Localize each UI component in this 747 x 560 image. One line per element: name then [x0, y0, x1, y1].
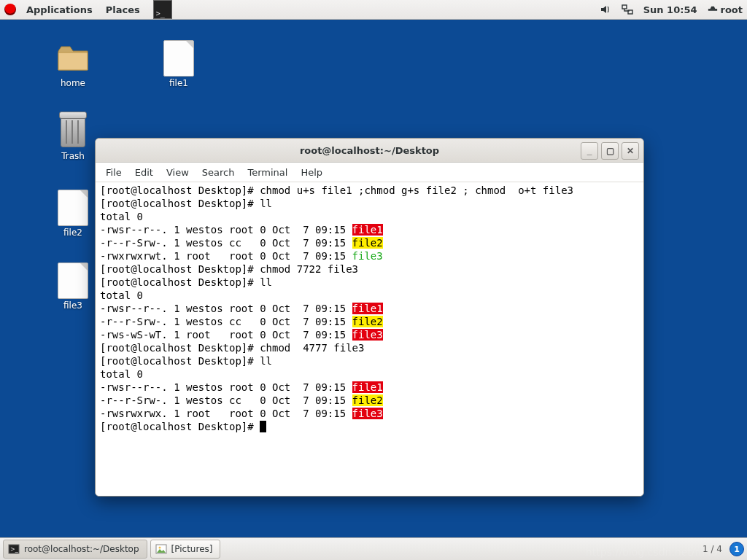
network-icon[interactable]: [622, 4, 633, 15]
system-tray: Sun 10:54 root: [600, 4, 743, 15]
menu-edit[interactable]: Edit: [129, 165, 159, 180]
desktop-icon-file2[interactable]: file2: [44, 190, 102, 238]
volume-icon[interactable]: [600, 4, 611, 15]
icon-label: file1: [169, 78, 188, 88]
svg-text:>_: >_: [10, 546, 19, 553]
bottom-panel: >_ root@localhost:~/Desktop [Pictures] 1…: [0, 537, 747, 560]
minimize-button[interactable]: _: [581, 142, 598, 160]
terminal-launcher[interactable]: >_: [153, 0, 172, 19]
menu-view[interactable]: View: [160, 165, 195, 180]
terminal-window: root@localhost:~/Desktop _ ▢ ✕ File Edit…: [95, 138, 644, 497]
svg-rect-0: [622, 5, 627, 9]
user-menu[interactable]: root: [708, 4, 743, 15]
file-icon: [55, 190, 90, 225]
trash-icon: [55, 114, 90, 149]
icon-label: home: [61, 78, 85, 88]
task-pictures[interactable]: [Pictures]: [150, 540, 221, 559]
desktop[interactable]: home Trash file1 file2 file3 root@localh…: [0, 19, 747, 538]
menubar: File Edit View Search Terminal Help: [96, 163, 643, 182]
file-icon: [161, 41, 196, 76]
maximize-button[interactable]: ▢: [601, 142, 619, 160]
svg-rect-2: [708, 9, 716, 11]
menu-help[interactable]: Help: [295, 165, 328, 180]
terminal-output[interactable]: [root@localhost Desktop]# chmod u+s file…: [96, 182, 643, 496]
icon-label: file2: [63, 228, 82, 238]
desktop-icon-file3[interactable]: file3: [44, 263, 102, 311]
menu-applications[interactable]: Applications: [20, 2, 98, 18]
task-label: [Pictures]: [171, 544, 213, 554]
top-panel: Applications Places >_ Sun 10:54 root: [0, 0, 747, 20]
close-button[interactable]: ✕: [622, 142, 639, 160]
desktop-icon-trash[interactable]: Trash: [44, 114, 102, 161]
file-icon: [55, 263, 90, 298]
workspace-count: 1 / 4: [703, 544, 722, 554]
icon-label: Trash: [61, 151, 85, 161]
titlebar[interactable]: root@localhost:~/Desktop _ ▢ ✕: [96, 139, 643, 163]
task-terminal[interactable]: >_ root@localhost:~/Desktop: [3, 540, 147, 559]
task-label: root@localhost:~/Desktop: [24, 544, 139, 554]
distro-icon: [4, 4, 16, 15]
image-icon: [155, 543, 167, 555]
menu-file[interactable]: File: [100, 165, 128, 180]
menu-terminal[interactable]: Terminal: [241, 165, 293, 180]
icon-label: file3: [63, 300, 82, 311]
user-name: root: [721, 4, 743, 15]
folder-icon: [55, 41, 90, 76]
terminal-icon: >_: [8, 543, 20, 555]
clock[interactable]: Sun 10:54: [643, 4, 697, 15]
desktop-icon-file1[interactable]: file1: [150, 41, 208, 88]
menu-places[interactable]: Places: [100, 2, 146, 18]
menu-search[interactable]: Search: [196, 165, 241, 180]
desktop-icon-home[interactable]: home: [44, 41, 102, 88]
window-title: root@localhost:~/Desktop: [300, 145, 439, 156]
workspace-indicator[interactable]: 1: [729, 542, 744, 556]
svg-point-6: [158, 547, 160, 549]
